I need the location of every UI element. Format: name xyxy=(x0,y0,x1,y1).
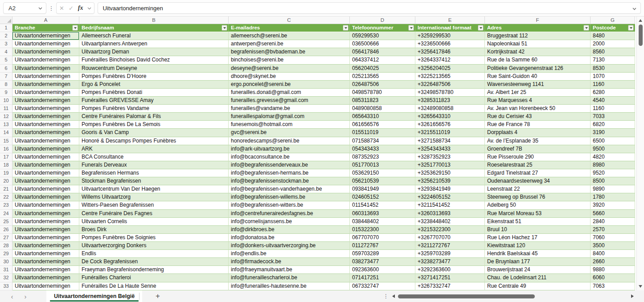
cell-D8[interactable]: 026487506 xyxy=(350,81,415,89)
cell-B26[interactable]: Broes Dirk xyxy=(79,226,229,234)
cell-B24[interactable]: Centre Funéraire Des Fagnes xyxy=(79,210,229,218)
cell-C14[interactable]: gvc@sereni.be xyxy=(229,129,350,137)
insert-function-icon[interactable]: fx xyxy=(78,4,83,12)
cell-C23[interactable]: info@begrafenissen-witters.be xyxy=(229,201,350,209)
scroll-up-icon[interactable] xyxy=(639,19,642,22)
cell-reference-box[interactable]: A2 xyxy=(3,2,46,14)
cell-B14[interactable]: Gooris & Van Camp xyxy=(79,129,229,137)
cell-E25[interactable]: +3238448402 xyxy=(415,218,485,226)
cell-G4[interactable]: 8560 xyxy=(591,48,635,56)
row-number[interactable]: 16 xyxy=(0,145,12,153)
cell-F26[interactable]: Bruul 10 xyxy=(485,226,591,234)
cell-A9[interactable]: Uitvaartondernemingen xyxy=(12,89,79,97)
cell-F20[interactable]: Oudenaardsesteenweg 34 xyxy=(485,177,591,185)
cell-B20[interactable]: Stockman Begrafenissen xyxy=(79,177,229,185)
cell-G24[interactable]: 5660 xyxy=(591,210,635,218)
cell-G21[interactable]: 9890 xyxy=(591,185,635,193)
cell-C15[interactable]: honoredescamps@sereni.be xyxy=(229,137,350,145)
row-number[interactable]: 28 xyxy=(0,242,12,250)
cell-E28[interactable]: +3211272767 xyxy=(415,242,485,250)
cell-E12[interactable]: +3265643310 xyxy=(415,113,485,121)
column-letter-F[interactable]: F xyxy=(485,16,591,24)
column-letter-D[interactable]: D xyxy=(350,16,415,24)
cell-E9[interactable]: +32498578780 xyxy=(415,89,485,97)
cell-F27[interactable]: Rue Léon Hachez 17 xyxy=(485,234,591,242)
cell-B9[interactable]: Pompes Funèbres Donati xyxy=(79,89,229,97)
cell-G5[interactable]: 7130 xyxy=(591,56,635,64)
cell-B25[interactable]: Uitvaarten Cornelis xyxy=(79,218,229,226)
row-number[interactable]: 24 xyxy=(0,210,12,218)
filter-button[interactable] xyxy=(478,25,484,31)
cell-C33[interactable]: info@funerailles-hautesenne.be xyxy=(229,282,350,290)
select-all-button[interactable] xyxy=(0,16,12,24)
cell-A8[interactable]: Uitvaartondernemingen xyxy=(12,81,79,89)
cell-G17[interactable]: 4820 xyxy=(591,153,635,161)
row-number[interactable]: 26 xyxy=(0,226,12,234)
cell-A30[interactable]: Uitvaartondernemingen xyxy=(12,258,79,266)
cell-D11[interactable]: 0489080858 xyxy=(350,105,415,113)
cell-A3[interactable]: Uitvaartondernemingen xyxy=(12,40,79,48)
cell-D22[interactable]: 024605152 xyxy=(350,193,415,201)
cell-D18[interactable]: 051770013 xyxy=(350,161,415,169)
cell-C8[interactable]: ergo.poncelet@sereni.be xyxy=(229,81,350,89)
cell-B28[interactable]: Uitvaartverzorging Donkers xyxy=(79,242,229,250)
cell-A7[interactable]: Uitvaartondernemingen xyxy=(12,73,79,81)
cell-A6[interactable]: Uitvaartondernemingen xyxy=(12,65,79,73)
cell-F32[interactable]: Chau. de Lodelinsart 211 xyxy=(485,274,591,282)
cell-A13[interactable]: Uitvaartondernemingen xyxy=(12,121,79,129)
vertical-scrollbar-thumb[interactable] xyxy=(639,24,643,46)
cell-C12[interactable]: funeraillespalomar@gmail.com xyxy=(229,113,350,121)
chevron-down-icon[interactable] xyxy=(87,6,91,10)
cell-C18[interactable]: info@begrafenissenderveaux.be xyxy=(229,161,350,169)
cell-F6[interactable]: Politieke Gevangenenstraat 126 xyxy=(485,65,591,73)
cell-D5[interactable]: 064337412 xyxy=(350,56,415,64)
cell-B16[interactable]: ARK xyxy=(79,145,229,153)
cell-G8[interactable]: 1160 xyxy=(591,81,635,89)
cell-F13[interactable]: Rue de France 78 xyxy=(485,121,591,129)
cell-A23[interactable]: Uitvaartondernemingen xyxy=(12,201,79,209)
cell-D14[interactable]: 015511019 xyxy=(350,129,415,137)
cell-F7[interactable]: Rue Saint-Guidon 40 xyxy=(485,73,591,81)
sheet-tab-active[interactable]: Uitvaartondernemingen België xyxy=(46,290,142,302)
column-letter-G[interactable]: G xyxy=(591,16,635,24)
cell-D30[interactable]: 038273477 xyxy=(350,258,415,266)
cell-B13[interactable]: Pompes Funèbres De La Semois xyxy=(79,121,229,129)
cell-B4[interactable]: Uitvaartzorg Deman xyxy=(79,48,229,56)
cell-A14[interactable]: Uitvaartondernemingen xyxy=(12,129,79,137)
row-number[interactable]: 1 xyxy=(0,24,12,32)
cell-G19[interactable]: 9520 xyxy=(591,169,635,177)
cell-D21[interactable]: 093841949 xyxy=(350,185,415,193)
cell-A16[interactable]: Uitvaartondernemingen xyxy=(12,145,79,153)
cell-G16[interactable]: 9500 xyxy=(591,145,635,153)
next-sheet-icon[interactable]: › xyxy=(20,290,31,302)
cell-B8[interactable]: Ergo & Poncelet xyxy=(79,81,229,89)
row-number[interactable]: 22 xyxy=(0,193,12,201)
cell-D6[interactable]: 056204025 xyxy=(350,65,415,73)
cell-D2[interactable]: 059299530 xyxy=(350,32,415,40)
cell-A11[interactable]: Uitvaartondernemingen xyxy=(12,105,79,113)
cell-B30[interactable]: De Cock Begrafenissen xyxy=(79,258,229,266)
cell-G25[interactable]: 2840 xyxy=(591,218,635,226)
cell-F3[interactable]: Napoleonkaai 51 xyxy=(485,40,591,48)
cell-B10[interactable]: Funérailles GREVESSE Amay xyxy=(79,97,229,105)
row-number[interactable]: 15 xyxy=(0,137,12,145)
cell-C26[interactable]: info@dirkbroes.be xyxy=(229,226,350,234)
cell-E22[interactable]: +3224605152 xyxy=(415,193,485,201)
cell-B23[interactable]: Witters-Paesen Begrafenissen xyxy=(79,201,229,209)
cell-D10[interactable]: 085311823 xyxy=(350,97,415,105)
row-number[interactable]: 23 xyxy=(0,201,12,209)
cell-B5[interactable]: Funérailles Binchoises David Cochez xyxy=(79,56,229,64)
cell-A26[interactable]: Uitvaartondernemingen xyxy=(12,226,79,234)
cell-F16[interactable]: Groendreef 7B xyxy=(485,145,591,153)
row-number[interactable]: 7 xyxy=(0,73,12,81)
cell-C2[interactable]: allemeersch@sereni.be xyxy=(229,32,350,40)
cell-G32[interactable]: 6060 xyxy=(591,274,635,282)
cell-D32[interactable]: 071417251 xyxy=(350,274,415,282)
cell-C29[interactable]: info@endlis.be xyxy=(229,250,350,258)
row-number[interactable]: 21 xyxy=(0,185,12,193)
cell-F9[interactable]: Av. Albert 1er 25 xyxy=(485,89,591,97)
cell-F5[interactable]: Rue de la Samme 60 xyxy=(485,56,591,64)
cell-C28[interactable]: info@donkers-uitvaartverzorging.be xyxy=(229,242,350,250)
row-number[interactable]: 3 xyxy=(0,40,12,48)
cell-B32[interactable]: Funérailles Charleroi xyxy=(79,274,229,282)
